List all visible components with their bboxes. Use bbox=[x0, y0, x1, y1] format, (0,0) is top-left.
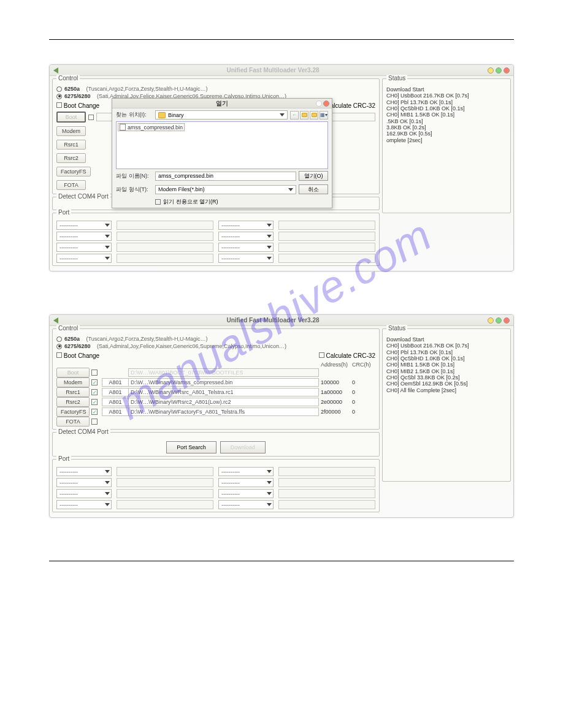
port-combo[interactable]: ---------- bbox=[218, 500, 274, 509]
rsrc1-checkbox[interactable] bbox=[91, 389, 98, 395]
readonly-checkbox[interactable] bbox=[155, 199, 161, 205]
detect-group-title: Detect COM4 Port bbox=[56, 428, 110, 435]
back-arrow-icon[interactable] bbox=[53, 317, 58, 324]
dialog-close-button[interactable] bbox=[323, 100, 329, 107]
rsrc2-button[interactable]: Rsrc2 bbox=[56, 153, 86, 163]
file-open-dialog: 열기 찾는 위치(I): Binary ← bbox=[112, 98, 332, 208]
lookin-combo[interactable]: Binary bbox=[155, 110, 288, 119]
dialog-title: 열기 bbox=[216, 99, 228, 108]
crc-checkbox[interactable] bbox=[319, 352, 324, 358]
views-icon[interactable]: ▦▾ bbox=[320, 111, 328, 119]
control-group-title: Control bbox=[56, 325, 80, 332]
rsrc1-path[interactable]: D:\W…\WBinary\WRsrc_A801_Telstra.rc1 bbox=[128, 388, 319, 396]
fota-button[interactable]: FOTA bbox=[56, 180, 86, 190]
boot-button[interactable]: Boot bbox=[56, 112, 86, 123]
lookin-label: 찾는 위치(I): bbox=[116, 111, 153, 119]
radio-6275[interactable]: 6275/6280 (Sati,Admiral,Joy,Felice,Kaise… bbox=[56, 343, 375, 350]
download-button[interactable]: Download bbox=[220, 441, 266, 453]
factoryfs-checkbox[interactable] bbox=[91, 409, 98, 415]
status-log: Download Start CH0] UsbBoot 216.7KB OK [… bbox=[386, 85, 507, 145]
port-combo[interactable]: ---------- bbox=[218, 232, 274, 241]
port-combo[interactable]: ---------- bbox=[56, 489, 112, 498]
port-combo[interactable]: ---------- bbox=[56, 254, 112, 263]
maximize-button[interactable] bbox=[496, 317, 502, 324]
port-group-title: Port bbox=[56, 455, 71, 462]
minimize-button[interactable] bbox=[488, 67, 494, 74]
fota-checkbox[interactable] bbox=[91, 419, 98, 425]
port-combo[interactable]: ---------- bbox=[218, 489, 274, 498]
window-title: Unified Fast Multiloader Ver3.28 bbox=[58, 317, 488, 324]
up-folder-icon[interactable] bbox=[300, 111, 308, 119]
status-group-title: Status bbox=[386, 325, 407, 332]
factoryfs-path[interactable]: D:\W…\WBinary\WFactoryFs_A801_Telstra.ff… bbox=[128, 408, 319, 416]
factoryfs-button[interactable]: FactoryFS bbox=[56, 407, 90, 417]
minimize-button[interactable] bbox=[488, 317, 494, 324]
rsrc2-button[interactable]: Rsrc2 bbox=[56, 397, 90, 407]
port-combo[interactable]: ---------- bbox=[56, 500, 112, 509]
window-title: Unified Fast Multiloader Ver3.28 bbox=[58, 67, 488, 74]
status-group-title: Status bbox=[386, 75, 407, 82]
modem-button[interactable]: Modem bbox=[56, 377, 90, 387]
boot-button[interactable]: Boot bbox=[56, 368, 90, 377]
port-combo[interactable]: ---------- bbox=[218, 467, 274, 476]
port-combo[interactable]: ---------- bbox=[56, 478, 112, 487]
port-combo[interactable]: ---------- bbox=[218, 221, 274, 230]
maximize-button[interactable] bbox=[496, 67, 502, 74]
titlebar: Unified Fast Multiloader Ver3.28 bbox=[50, 65, 513, 76]
status-log: Download Start CH0] UsbBoot 216.7KB OK [… bbox=[386, 335, 507, 395]
port-combo[interactable]: ---------- bbox=[218, 243, 274, 252]
radio-6250a[interactable]: 6250a (Tuscani,Argo2,Forza,Zesty,Stealth… bbox=[56, 335, 375, 343]
control-group-title: Control bbox=[56, 75, 80, 82]
detect-group-title: Detect COM4 Port bbox=[56, 193, 110, 200]
titlebar: Unified Fast Multiloader Ver3.28 bbox=[50, 315, 513, 326]
close-button[interactable] bbox=[504, 67, 510, 74]
bootchange-checkbox[interactable] bbox=[56, 102, 62, 108]
back-icon[interactable]: ← bbox=[290, 111, 299, 119]
dialog-help-icon[interactable] bbox=[316, 100, 322, 107]
file-list[interactable]: amss_compressed.bin bbox=[116, 121, 328, 169]
modem-code[interactable]: A801 bbox=[102, 378, 129, 387]
port-combo[interactable]: ---------- bbox=[218, 254, 274, 263]
cancel-button[interactable]: 취소 bbox=[299, 184, 328, 194]
rsrc1-button[interactable]: Rsrc1 bbox=[56, 387, 90, 397]
file-icon bbox=[120, 124, 126, 131]
port-combo[interactable]: ---------- bbox=[56, 232, 112, 241]
modem-button[interactable]: Modem bbox=[56, 126, 86, 136]
port-combo[interactable]: ---------- bbox=[56, 221, 112, 230]
close-button[interactable] bbox=[504, 317, 510, 324]
modem-checkbox[interactable] bbox=[91, 379, 98, 385]
port-combo[interactable]: ---------- bbox=[56, 243, 112, 252]
port-search-button[interactable]: Port Search bbox=[166, 441, 216, 453]
port-combo[interactable]: ---------- bbox=[218, 478, 274, 487]
fota-button[interactable]: FOTA bbox=[56, 417, 90, 427]
folder-icon bbox=[158, 112, 166, 118]
app-window-1: Unified Fast Multiloader Ver3.28 Control… bbox=[49, 64, 514, 271]
open-button[interactable]: 열기(O) bbox=[299, 171, 328, 181]
factoryfs-button[interactable]: FactoryFS bbox=[56, 167, 91, 176]
rsrc2-path[interactable]: D:\W…\WBinary\WRsrc2_A801(Low).rc2 bbox=[128, 398, 319, 406]
port-combo[interactable]: ---------- bbox=[56, 467, 112, 476]
filename-input[interactable]: amss_compressed.bin bbox=[155, 172, 296, 181]
back-arrow-icon[interactable] bbox=[53, 67, 58, 74]
new-folder-icon[interactable] bbox=[310, 111, 318, 119]
boot-path: D:\W…\WA801\BOOT_0703\WA\BOOTFILES bbox=[128, 368, 319, 377]
app-window-2: Unified Fast Multiloader Ver3.28 Control… bbox=[49, 314, 514, 518]
modem-path[interactable]: D:\W…\WBinary\Wamss_compressed.bin bbox=[128, 378, 319, 387]
rsrc2-checkbox[interactable] bbox=[91, 399, 98, 405]
port-group-title: Port bbox=[56, 209, 71, 216]
rsrc1-button[interactable]: Rsrc1 bbox=[56, 140, 86, 150]
radio-6250a[interactable]: 6250a (Tuscani,Argo2,Forza,Zesty,Stealth… bbox=[56, 85, 375, 93]
bootchange-checkbox[interactable] bbox=[56, 352, 62, 358]
filetype-combo[interactable]: Modem Files(*.bin) bbox=[155, 185, 296, 194]
file-item[interactable]: amss_compressed.bin bbox=[118, 123, 185, 131]
